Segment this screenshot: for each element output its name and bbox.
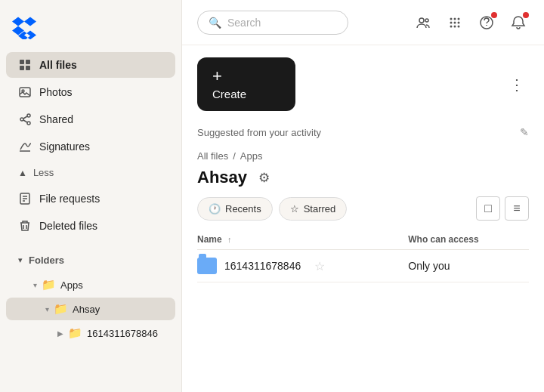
tab-recents-label: Recents (225, 203, 261, 215)
sidebar-less-toggle[interactable]: ▲ Less (6, 161, 175, 184)
search-icon: 🔍 (209, 17, 221, 29)
logo (0, 9, 181, 51)
chevron-down-icon: ▾ (18, 255, 23, 265)
page-title: Ahsay (197, 168, 247, 187)
edit-suggested-icon[interactable]: ✎ (520, 126, 529, 138)
more-options-icon[interactable]: ⋮ (505, 73, 529, 97)
topbar-icons (413, 12, 529, 33)
folder-icon: 📁 (42, 278, 56, 292)
tab-recents[interactable]: 🕐 Recents (197, 197, 273, 221)
svg-point-19 (454, 25, 456, 27)
folders-section-header[interactable]: ▾ Folders (6, 248, 175, 272)
svg-rect-0 (20, 60, 24, 64)
svg-point-16 (454, 21, 456, 23)
svg-point-20 (458, 25, 460, 27)
clock-icon: 🕐 (209, 203, 221, 215)
folder-icon: 📁 (68, 326, 82, 340)
suggested-label: Suggested from your activity (197, 127, 321, 138)
sidebar-item-shared[interactable]: Shared (6, 106, 175, 132)
sidebar-tree-ahsay[interactable]: ▾ 📁 Ahsay (6, 298, 175, 320)
sign-icon (18, 140, 32, 153)
view-controls: □ ≡ (476, 196, 529, 221)
folders-label: Folders (29, 255, 64, 266)
sidebar-item-all-files-label: All files (39, 59, 77, 71)
sidebar-tree-apps[interactable]: ▾ 📁 Apps (6, 273, 175, 296)
who-can-access-cell: Only you (408, 250, 529, 282)
create-plus-icon: + (212, 68, 222, 85)
notifications-icon[interactable] (508, 12, 529, 33)
column-name-header: Name ↑ (197, 230, 408, 250)
list-view-button[interactable]: ≡ (505, 196, 529, 221)
svg-point-6 (20, 118, 23, 121)
create-label: Create (212, 88, 246, 100)
sidebar-item-photos-label: Photos (39, 86, 73, 98)
svg-rect-2 (20, 66, 24, 70)
create-button[interactable]: + Create (197, 57, 295, 111)
svg-rect-3 (26, 66, 30, 70)
sidebar-tree-apps-label: Apps (60, 279, 83, 291)
tab-starred[interactable]: ☆ Starred (279, 197, 348, 221)
share-icon (18, 113, 32, 126)
search-placeholder: Search (227, 17, 261, 29)
svg-point-12 (450, 17, 453, 20)
chevron-down-icon: ▾ (33, 281, 37, 289)
svg-point-11 (425, 19, 428, 22)
sidebar-item-file-requests-label: File requests (39, 193, 100, 205)
sidebar-item-photos[interactable]: Photos (6, 79, 175, 105)
help-icon[interactable] (476, 12, 497, 33)
main-content: 🔍 Search + Create ⋮ (182, 0, 544, 392)
file-table: Name ↑ Who can access 1614311678846 ☆ (197, 230, 529, 282)
create-section: + Create ⋮ (182, 45, 544, 114)
folder-icon (197, 258, 217, 274)
svg-point-13 (454, 17, 456, 20)
star-outline-icon: ☆ (290, 203, 299, 215)
apps-grid-icon[interactable] (444, 12, 465, 33)
suggested-row: Suggested from your activity ✎ (197, 114, 529, 147)
request-icon (18, 192, 32, 205)
trash-icon (18, 219, 32, 233)
content-area: Suggested from your activity ✎ All files… (182, 114, 544, 392)
svg-point-18 (450, 25, 453, 27)
svg-point-8 (27, 122, 30, 125)
sidebar-tree-1614311678846-label: 1614311678846 (87, 328, 158, 339)
folder-icon: 📁 (54, 302, 68, 316)
svg-point-17 (458, 21, 460, 23)
column-who-can-access-header: Who can access (408, 230, 529, 250)
sort-icon: ↑ (227, 235, 232, 244)
chevron-right-icon: ▶ (57, 329, 63, 338)
breadcrumb-sep: / (233, 150, 236, 162)
sidebar-item-deleted-files-label: Deleted files (39, 220, 97, 232)
sidebar-item-signatures-label: Signatures (39, 140, 90, 153)
chevron-up-icon: ▲ (18, 168, 27, 178)
file-name-cell: 1614311678846 ☆ (197, 250, 408, 282)
svg-rect-1 (26, 60, 30, 64)
svg-point-15 (450, 21, 453, 23)
grid-view-button[interactable]: □ (476, 196, 500, 221)
search-box[interactable]: 🔍 Search (197, 11, 348, 35)
topbar: 🔍 Search (182, 0, 544, 45)
breadcrumb-all-files[interactable]: All files (197, 150, 228, 162)
star-toggle-icon[interactable]: ☆ (314, 259, 325, 273)
sidebar-tree-ahsay-label: Ahsay (73, 304, 100, 315)
tabs-row: 🕐 Recents ☆ Starred □ ≡ (197, 196, 529, 230)
sidebar-item-deleted-files[interactable]: Deleted files (6, 213, 175, 239)
tab-starred-label: Starred (304, 203, 336, 215)
svg-point-14 (458, 17, 460, 20)
settings-icon[interactable]: ⚙ (255, 168, 273, 187)
grid-icon (18, 58, 32, 72)
sidebar-tree-1614311678846[interactable]: ▶ 📁 1614311678846 (6, 322, 175, 344)
sidebar: All files Photos Shared Signatures ▲ Les… (0, 0, 182, 392)
page-title-row: Ahsay ⚙ (197, 165, 529, 196)
photo-icon (18, 85, 32, 99)
svg-point-10 (419, 18, 424, 23)
sidebar-item-all-files[interactable]: All files (6, 52, 175, 78)
people-icon[interactable] (413, 12, 434, 33)
sidebar-item-signatures[interactable]: Signatures (6, 134, 175, 159)
sidebar-item-file-requests[interactable]: File requests (6, 186, 175, 211)
svg-point-7 (27, 114, 30, 117)
sidebar-less-label: Less (33, 167, 54, 178)
file-name[interactable]: 1614311678846 (224, 260, 301, 272)
table-row: 1614311678846 ☆ Only you (197, 250, 529, 282)
sidebar-item-shared-label: Shared (39, 113, 73, 125)
breadcrumb-apps[interactable]: Apps (240, 150, 263, 162)
